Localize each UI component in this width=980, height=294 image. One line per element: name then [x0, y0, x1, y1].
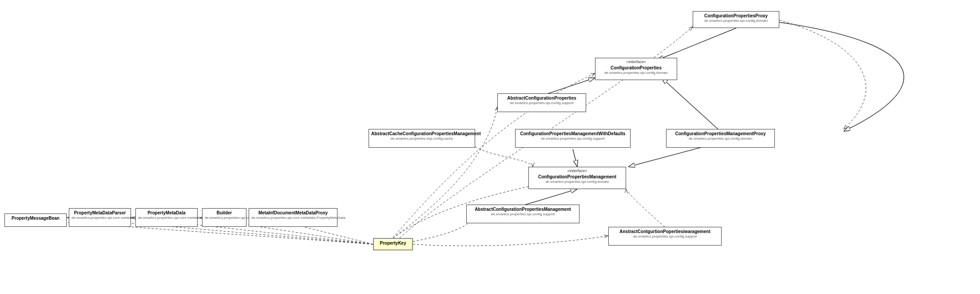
- svg-line-7: [657, 28, 736, 60]
- package-label: de.smartics.properties.spi.config.domain: [695, 19, 777, 23]
- class-label: ConfigurationPropertiesManagementWithDef…: [518, 131, 628, 137]
- svg-line-10: [573, 149, 577, 167]
- uml-box-configurationpropertiesproxy: ConfigurationPropertiesProxyde.smartics.…: [693, 11, 779, 28]
- uml-box-propertymetadataparser: PropertyMetaDataParserde.smartics.proper…: [69, 208, 131, 227]
- uml-box-abstractconfigurationpropertiesmanagement: AbstractConfigurationPropertiesManagemen…: [466, 205, 579, 223]
- uml-box-configurationproperties: «interface»ConfigurationPropertiesde.sma…: [595, 58, 677, 80]
- package-label: de.smartics.properties.spi.core.metadata: [138, 216, 195, 220]
- class-label: AnstractContgurtionPopertiesiwaragement: [611, 229, 719, 234]
- class-label: ConfigurationPropertiesManagementProxy: [669, 131, 772, 137]
- arrows-svg: [0, 0, 980, 294]
- uml-box-builder: Builderde.smartics.properties.spi.core.m…: [202, 208, 246, 227]
- class-label: AbstractConfigurationPropertiesManagemen…: [469, 206, 577, 212]
- stereotype-label: «interface»: [531, 169, 623, 174]
- uml-box-configurationpropertiesmanagementwithdefaults: ConfigurationPropertiesManagementWithDef…: [515, 129, 631, 148]
- package-label: de.smartics.properties.spi.config.suppor…: [611, 234, 719, 239]
- class-label: PropertyMetaDataParser: [71, 210, 128, 216]
- uml-box-propertykey: PropertyKey: [373, 238, 413, 250]
- package-label: de.smartics.properties.spi.config.suppor…: [518, 137, 628, 141]
- package-label: de.smartics.properties.spi.config.suppor…: [469, 212, 577, 217]
- package-label: de.smartics.properties.spi.config.domain: [598, 71, 674, 75]
- class-label: Builder: [205, 210, 244, 216]
- package-label: de.smartics.properties.spi.core.metadata…: [251, 216, 335, 220]
- class-label: AbstractConfigurationProperties: [500, 95, 583, 101]
- class-label: AbstractCacheConfigurationPropertiesMana…: [371, 131, 472, 137]
- uml-box-configurationpropertiesmanagement: «interface»ConfigurationPropertiesManage…: [528, 167, 626, 189]
- uml-box-abstractcontgurtionpopertiesiwaragement: AnstractContgurtionPopertiesiwaragementd…: [608, 227, 722, 246]
- class-label: PropertyKey: [376, 240, 410, 246]
- class-label: PropertyMessageBean: [7, 215, 64, 221]
- uml-box-propertymetadata: PropertyMetaDatade.smartics.properties.s…: [135, 208, 198, 227]
- uml-box-abstractcacheconfigurationpropertiesmanagement: AbstractCacheConfigurationPropertiesMana…: [369, 129, 475, 148]
- class-label: ConfigurationProperties: [598, 65, 674, 71]
- uml-box-propertymessagebean: PropertyMessageBean: [4, 213, 67, 227]
- package-label: de.smartics.properties.spi.config.suppor…: [500, 101, 583, 105]
- class-label: ConfigurationPropertiesManagement: [531, 174, 623, 180]
- uml-box-configurationpropertiesmanagementproxy: ConfigurationPropertiesManagementProxyde…: [666, 129, 775, 148]
- package-label: de.smartics.properties.imp.config.cache: [371, 137, 472, 141]
- package-label: de.smartics.properties.spi.core.metadata: [71, 216, 128, 220]
- package-label: de.smartics.properties.spi.config.domain: [669, 137, 772, 141]
- package-label: de.smartics.properties.spi.config.domain: [531, 180, 623, 184]
- class-label: MetaInfDocumentMetaDataProxy: [251, 210, 335, 216]
- uml-box-abstractconfigurationproperties: AbstractConfigurationPropertiesde.smarti…: [497, 93, 586, 112]
- class-label: PropertyMetaData: [138, 210, 195, 216]
- stereotype-label: «interface»: [598, 60, 674, 65]
- svg-line-11: [542, 78, 595, 96]
- package-label: de.smartics.properties.spi.core.metadata: [205, 216, 244, 220]
- svg-line-12: [523, 189, 577, 205]
- svg-line-8: [662, 78, 720, 131]
- uml-diagram: PropertyMessageBeanPropertyMetaDataParse…: [0, 0, 980, 294]
- uml-box-metainfdocumentmetadataproxy: MetaInfDocumentMetaDataProxyde.smartics.…: [249, 208, 337, 227]
- class-label: ConfigurationPropertiesProxy: [695, 13, 777, 19]
